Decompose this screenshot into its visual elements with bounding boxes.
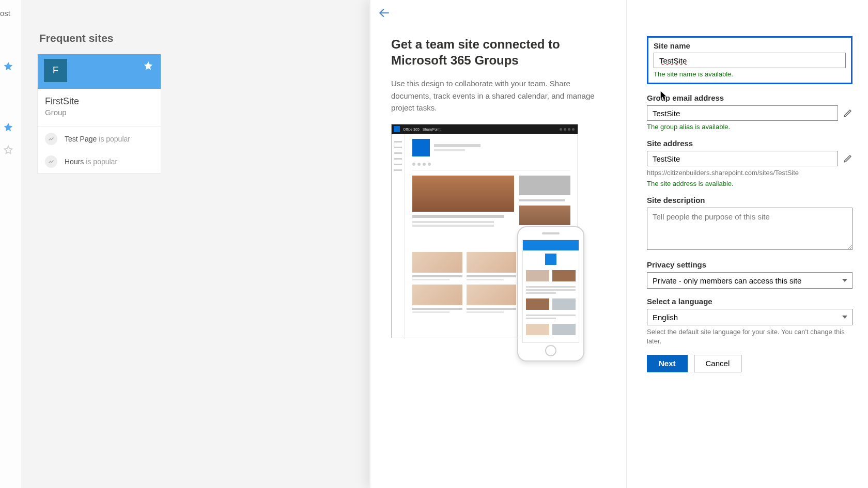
divider <box>38 126 161 127</box>
site-name-label: Site name <box>654 41 846 50</box>
site-address-group: Site address https://citizenbuilders.sha… <box>647 139 853 187</box>
language-hint: Select the default site language for you… <box>647 327 853 346</box>
site-name-availability: The site name is available. <box>654 70 846 78</box>
app-root: s post Frequent sites F FirstSite Group <box>0 0 868 488</box>
privacy-select[interactable]: Private - only members can access this s… <box>647 272 853 289</box>
activity-suffix: is popular <box>99 135 130 143</box>
site-address-label: Site address <box>647 139 853 148</box>
site-card-title: FirstSite <box>38 89 161 108</box>
action-buttons: Next Cancel <box>647 355 853 372</box>
panel-description: Use this design to collaborate with your… <box>391 77 611 114</box>
phone-mockup <box>517 226 584 361</box>
cancel-button[interactable]: Cancel <box>694 355 742 372</box>
activity-suffix: is popular <box>86 158 117 166</box>
star-icon[interactable] <box>3 122 13 132</box>
site-description-group: Site description <box>647 196 853 252</box>
site-address-url: https://citizenbuilders.sharepoint.com/s… <box>647 168 853 178</box>
card-activity-row[interactable]: Test Page is popular <box>38 128 161 150</box>
group-email-input[interactable] <box>647 105 838 121</box>
language-label: Select a language <box>647 297 853 306</box>
language-select[interactable]: English <box>647 309 853 325</box>
privacy-label: Privacy settings <box>647 260 853 269</box>
left-rail: s post <box>0 0 22 488</box>
site-card[interactable]: F FirstSite Group Test Page is popular H… <box>37 54 161 174</box>
site-name-highlight: Site name The site name is available. <box>647 36 853 84</box>
card-activity-row[interactable]: Hours is popular <box>38 150 161 173</box>
news-post-link[interactable]: s post <box>0 9 10 18</box>
star-outline-icon[interactable] <box>3 145 13 155</box>
panel-left: Get a team site connected to Microsoft 3… <box>370 0 626 488</box>
edit-icon[interactable] <box>843 108 853 118</box>
site-card-subtitle: Group <box>38 108 161 124</box>
next-button[interactable]: Next <box>647 355 688 372</box>
back-button[interactable] <box>378 6 391 20</box>
edit-icon[interactable] <box>843 154 853 163</box>
group-email-label: Group email address <box>647 93 853 102</box>
create-site-panel: Get a team site connected to Microsoft 3… <box>369 0 868 488</box>
site-card-header: F <box>38 54 161 89</box>
star-icon[interactable] <box>143 60 153 71</box>
site-tile-initial: F <box>44 59 67 82</box>
site-address-input[interactable] <box>647 151 838 166</box>
site-address-availability: The site address is available. <box>647 180 853 187</box>
activity-name: Test Page <box>65 135 97 143</box>
site-description-label: Site description <box>647 196 853 204</box>
panel-form: Site name The site name is available. Gr… <box>626 0 868 488</box>
site-preview-mockup: Office 365 SharePoint <box>391 124 583 350</box>
panel-heading: Get a team site connected to Microsoft 3… <box>391 36 611 68</box>
mockup-label: SharePoint <box>423 128 441 131</box>
privacy-group: Privacy settings Private - only members … <box>647 260 853 289</box>
trending-icon <box>45 155 57 168</box>
star-icon[interactable] <box>3 61 13 71</box>
group-email-group: Group email address The group alias is a… <box>647 93 853 131</box>
group-email-availability: The group alias is available. <box>647 123 853 131</box>
language-group: Select a language English Select the def… <box>647 297 853 346</box>
trending-icon <box>45 133 57 145</box>
site-description-input[interactable] <box>647 208 853 250</box>
activity-name: Hours <box>65 158 84 166</box>
site-name-input[interactable] <box>654 53 846 68</box>
mockup-label: Office 365 <box>403 128 420 131</box>
